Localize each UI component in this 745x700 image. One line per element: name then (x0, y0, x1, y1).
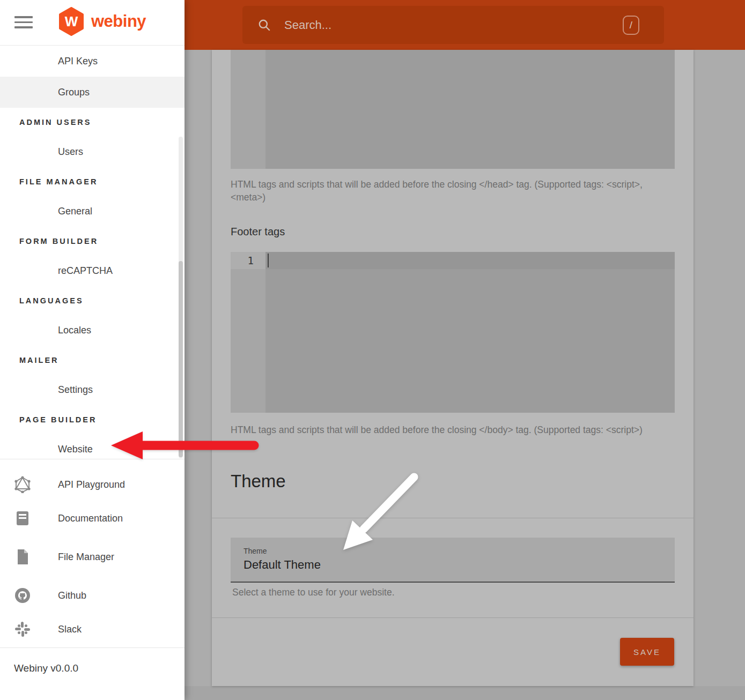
top-app-bar: / (185, 0, 745, 50)
editor-gutter (231, 252, 265, 413)
text-cursor (268, 254, 269, 267)
sidebar-item-locales[interactable]: Locales (0, 315, 185, 346)
app-window: / HTML tags and scripts that will be add… (0, 0, 745, 700)
sidebar-section-file-manager: FILE MANAGER (0, 167, 185, 196)
sidebar-item-api-keys[interactable]: API Keys (0, 46, 185, 77)
editor-line-number: 1 (231, 252, 265, 269)
content-bottom-strip (185, 686, 745, 700)
sidebar-item-website[interactable]: Website (0, 434, 185, 465)
sidebar-item-users[interactable]: Users (0, 136, 185, 167)
app-version-label: Webiny v0.0.0 (14, 662, 78, 674)
theme-helper-text: Select a theme to use for your website. (232, 587, 395, 598)
sidebar-scrollbar-thumb[interactable] (179, 261, 183, 457)
slack-icon (14, 621, 31, 638)
sidebar-section-form-builder: FORM BUILDER (0, 227, 185, 255)
footer-tags-label: Footer tags (231, 226, 285, 238)
search-icon (257, 18, 271, 32)
theme-select-field[interactable]: Theme Default Theme (231, 538, 675, 583)
sidebar-section-page-builder: PAGE BUILDER (0, 405, 185, 434)
sidebar-section-languages: LANGUAGES (0, 286, 185, 315)
sidebar-link-documentation[interactable]: Documentation (0, 505, 185, 531)
menu-icon[interactable] (14, 16, 33, 28)
theme-section-heading: Theme (231, 471, 286, 492)
sidebar-item-groups[interactable]: Groups (0, 77, 185, 108)
book-icon (14, 510, 31, 527)
webiny-logo-icon: W (58, 7, 85, 36)
search-input[interactable] (283, 18, 623, 33)
sidebar-section-admin-users: ADMIN USERS (0, 108, 185, 136)
footer-tags-helper-text: HTML tags and scripts that will be added… (231, 424, 676, 437)
search-shortcut-badge: / (623, 16, 639, 35)
save-button[interactable]: SAVE (620, 638, 674, 666)
header-tags-code-editor[interactable] (231, 50, 675, 169)
github-icon (14, 587, 31, 604)
theme-select-value: Default Theme (244, 558, 321, 572)
footer-tags-code-editor[interactable]: 1 (231, 252, 675, 413)
theme-select-label: Theme (244, 547, 267, 555)
sidebar-link-api-playground[interactable]: API Playground (0, 472, 185, 497)
editor-gutter (231, 50, 265, 169)
sidebar-item-settings[interactable]: Settings (0, 374, 185, 405)
file-icon (14, 548, 31, 565)
navigation-drawer: W webiny API Keys Groups ADMIN USERS Use… (0, 0, 185, 700)
sidebar-section-mailer: MAILER (0, 346, 185, 374)
sidebar-item-recaptcha[interactable]: reCAPTCHA (0, 255, 185, 286)
website-settings-card: HTML tags and scripts that will be added… (212, 50, 694, 686)
header-tags-helper-text: HTML tags and scripts that will be added… (231, 178, 676, 204)
sidebar-link-slack[interactable]: Slack (0, 616, 185, 642)
global-search-bar[interactable]: / (242, 6, 664, 44)
drawer-divider (0, 459, 185, 459)
graphql-icon (14, 476, 31, 493)
section-divider (212, 518, 694, 518)
section-divider (212, 617, 694, 618)
sidebar-link-file-manager[interactable]: File Manager (0, 544, 185, 570)
svg-text:W: W (65, 13, 78, 29)
sidebar-link-github[interactable]: Github (0, 583, 185, 608)
webiny-logo-text: webiny (91, 12, 146, 31)
drawer-header: W webiny (0, 0, 185, 46)
drawer-divider (0, 647, 185, 648)
webiny-logo[interactable]: W webiny (58, 7, 146, 36)
editor-active-line (231, 252, 675, 269)
sidebar-item-general[interactable]: General (0, 196, 185, 227)
drawer-menu: API Keys Groups ADMIN USERS Users FILE M… (0, 46, 185, 465)
